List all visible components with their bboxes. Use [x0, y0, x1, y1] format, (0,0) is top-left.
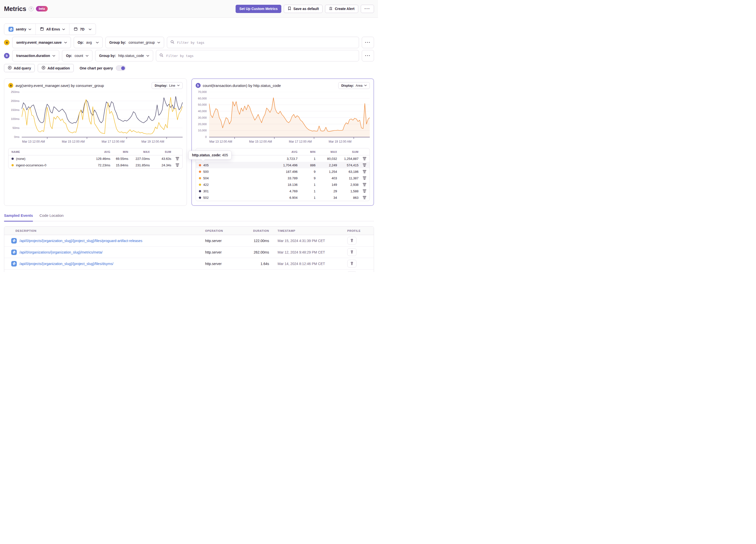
- profile-button[interactable]: [347, 248, 357, 256]
- help-icon[interactable]: ?: [29, 6, 33, 11]
- chevron-down-icon: [177, 85, 180, 86]
- series-name-cell: 301: [199, 189, 270, 193]
- search-icon: [159, 53, 163, 58]
- y-tick-label: 150ms: [11, 108, 19, 111]
- event-row: /api/0/projects/{organization_slug}/{pro…: [4, 258, 374, 269]
- groupby-select-b[interactable]: Group by: http.status_code: [95, 50, 153, 61]
- event-operation: http.server: [200, 250, 238, 254]
- summary-column-header: MAX: [128, 150, 150, 153]
- create-alert-button[interactable]: Create Alert: [325, 5, 358, 13]
- chart-panel-b-header: b count(transaction.duration) by http.st…: [196, 82, 370, 89]
- series-sum: 1,588: [337, 189, 359, 193]
- summary-row[interactable]: 5026.904134863: [196, 194, 370, 201]
- query-badge-b: b: [4, 53, 9, 58]
- x-ticks: [22, 137, 183, 139]
- series-name: 504: [203, 176, 209, 180]
- event-description-link[interactable]: /api/0/projects/{organization_slug}/{pro…: [19, 239, 142, 243]
- series-min: 1: [298, 196, 316, 200]
- chart-panel-a[interactable]: a avg(sentry.event_manager.save) by cons…: [4, 78, 187, 206]
- profile-flashlight-icon: [350, 250, 354, 254]
- project-name: sentry: [16, 27, 26, 31]
- row-menu-icon: [363, 189, 367, 193]
- x-ticks: [209, 137, 370, 139]
- tag-filter-input-b[interactable]: [156, 50, 359, 61]
- x-tick-mark: [126, 137, 127, 139]
- row-menu-button[interactable]: [363, 163, 367, 167]
- summary-row[interactable]: (none)129.46ms69.55ms227.03ms43.63s: [8, 155, 182, 162]
- summary-row[interactable]: 500187.49691,25463,186: [196, 168, 370, 175]
- op-select-b[interactable]: Op: count: [62, 50, 92, 61]
- chart-title: avg(sentry.event_manager.save) by consum…: [15, 83, 104, 88]
- query-a-more-button[interactable]: [362, 37, 374, 48]
- display-type-select[interactable]: Display: Area: [338, 82, 370, 89]
- summary-row[interactable]: 42218.13611492,938: [196, 181, 370, 188]
- row-menu-button[interactable]: [363, 189, 367, 193]
- chevron-down-icon: [146, 55, 149, 57]
- row-menu-button[interactable]: [363, 196, 367, 199]
- tab-sampled-events[interactable]: Sampled Events: [4, 213, 33, 221]
- series-avg: 18.136: [270, 183, 298, 187]
- groupby-select-a[interactable]: Group by: consumer_group: [105, 37, 164, 48]
- save-as-default-button[interactable]: Save as default: [284, 5, 323, 13]
- chart-panel-b[interactable]: b count(transaction.duration) by http.st…: [191, 78, 374, 206]
- row-menu-button[interactable]: [363, 183, 367, 186]
- y-tick-label: 70,000: [198, 90, 207, 93]
- tab-code-location[interactable]: Code Location: [39, 213, 64, 221]
- event-timestamp: Mar 15, 2024 4:31:39 PM CET: [270, 239, 344, 243]
- chevron-down-icon: [89, 28, 91, 30]
- series-name-cell: ingest-occurrences-0: [11, 163, 83, 167]
- project-selector[interactable]: sentry: [4, 24, 35, 35]
- add-query-button[interactable]: Add query: [4, 64, 35, 72]
- area-chart-plot[interactable]: [209, 92, 370, 137]
- row-menu-button[interactable]: [363, 176, 367, 180]
- header-more-options-button[interactable]: [361, 5, 374, 13]
- legend-dot: [199, 177, 201, 179]
- x-tick-label: Mar 17 12:00 AM: [289, 140, 312, 143]
- y-tick-label: 0ms: [14, 135, 19, 138]
- environment-selector[interactable]: All Envs: [35, 24, 69, 35]
- row-menu-button[interactable]: [363, 157, 367, 160]
- one-chart-per-query-toggle[interactable]: [116, 65, 126, 71]
- metric-select-b[interactable]: transaction.duration: [12, 50, 59, 61]
- metric-select-a[interactable]: sentry.event_manager.save: [12, 37, 71, 48]
- summary-row[interactable]: 3014.7691291,588: [196, 188, 370, 194]
- display-type-select[interactable]: Display: Line: [152, 82, 182, 89]
- tag-filter-input-a[interactable]: [167, 37, 359, 48]
- summary-row[interactable]: 50433.789940311,387: [196, 175, 370, 181]
- profile-button[interactable]: [347, 271, 357, 272]
- event-description-link[interactable]: /api/0/projects/{organization_slug}/{pro…: [19, 262, 113, 266]
- row-menu-button[interactable]: [175, 163, 179, 167]
- chevron-down-icon: [364, 85, 367, 86]
- setup-custom-metrics-button[interactable]: Set Up Custom Metrics: [236, 5, 281, 13]
- series-min: 1: [298, 189, 316, 193]
- event-profile-cell: [344, 260, 374, 268]
- op-select-a[interactable]: Op: avg: [74, 37, 103, 48]
- line-chart-plot[interactable]: [22, 92, 183, 137]
- legend-dot: [11, 158, 14, 160]
- header-actions: Set Up Custom Metrics Save as default Cr…: [236, 5, 374, 13]
- row-menu-button[interactable]: [363, 170, 367, 173]
- legend-dot: [199, 190, 201, 192]
- x-tick-mark: [274, 137, 275, 139]
- series-min: 15.84ms: [110, 163, 128, 167]
- series-min: 9: [298, 170, 316, 174]
- query-b-more-button[interactable]: [362, 50, 374, 61]
- profile-button[interactable]: [347, 260, 357, 268]
- row-menu-button[interactable]: [175, 157, 179, 160]
- date-range-value: 7D: [80, 27, 84, 31]
- series-sum: 863: [337, 196, 359, 200]
- series-avg: 33.789: [270, 176, 298, 180]
- summary-column-header: MIN: [298, 150, 316, 153]
- row-menu-icon: [363, 170, 367, 173]
- summary-row[interactable]: 4051,704.4968862,249574,415: [196, 162, 370, 168]
- profile-button[interactable]: [347, 237, 357, 245]
- environment-icon: [40, 27, 44, 32]
- add-equation-button[interactable]: Add equation: [38, 64, 73, 72]
- date-range-selector[interactable]: 7D: [69, 24, 96, 35]
- ellipsis-icon: [365, 53, 371, 58]
- summary-row[interactable]: ingest-occurrences-072.23ms15.84ms231.85…: [8, 162, 182, 168]
- event-profile-cell: [344, 237, 374, 245]
- x-tick-mark: [354, 137, 354, 139]
- x-labels: Mar 13 12:00 AMMar 15 12:00 AMMar 17 12:…: [22, 139, 183, 144]
- event-description-link[interactable]: /api/0/organizations/{organization_slug}…: [19, 250, 102, 254]
